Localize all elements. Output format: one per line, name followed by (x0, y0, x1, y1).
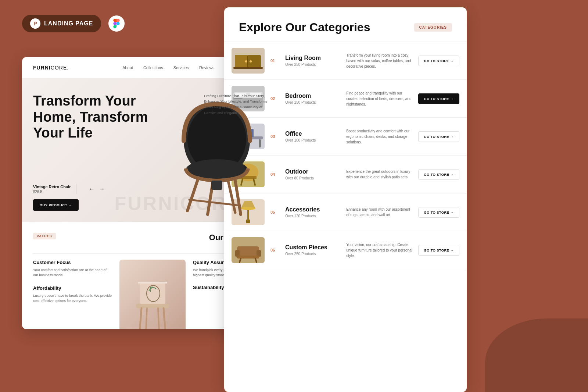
affordability-desc: Luxury doesn't have to break the bank. W… (33, 293, 112, 304)
hero-chair-image (154, 97, 279, 222)
buy-product-button[interactable]: BUY PRODUCT → (33, 199, 79, 211)
category-desc-4: Enhance any room with our assortment of … (346, 207, 412, 218)
next-arrow-icon[interactable]: → (99, 186, 105, 192)
category-name-0: Living Room (285, 55, 340, 61)
category-row: 06 Custom Pieces Over 250 Products Your … (224, 231, 467, 269)
category-count-5: Over 250 Products (285, 252, 340, 256)
category-info-4: Accessories Over 120 Products (285, 206, 340, 218)
category-image-0 (232, 48, 265, 74)
category-info-1: Bedroom Over 150 Products (285, 93, 340, 104)
category-desc-1: Find peace and tranquility with our cura… (346, 90, 412, 107)
hero-product-info: Vintage Retro Chair $26.5 ← → BUY PRODUC… (33, 184, 105, 211)
category-count-2: Over 100 Products (285, 138, 340, 142)
affordability-title: Affordability (33, 285, 112, 291)
svg-point-22 (250, 60, 252, 63)
svg-rect-23 (233, 67, 263, 69)
product-name: Vintage Retro Chair (33, 185, 71, 189)
hero-section: Transform Your Home, Transform Your Life… (22, 78, 283, 222)
svg-rect-9 (138, 282, 167, 284)
prev-arrow-icon[interactable]: ← (89, 186, 95, 192)
svg-point-21 (245, 60, 247, 63)
nav-about[interactable]: About (122, 65, 133, 70)
customer-focus-title: Customer Focus (33, 260, 112, 265)
svg-line-13 (164, 308, 165, 329)
landing-page-badge: P LANDING PAGE (22, 15, 101, 32)
category-name-4: Accessories (285, 206, 340, 213)
category-count-4: Over 120 Products (285, 214, 340, 218)
category-info-3: Outdoor Over 80 Products (285, 168, 340, 180)
category-count-0: Over 250 Products (285, 63, 340, 67)
decorative-blob (485, 318, 588, 392)
hero-title: Transform Your Home, Transform Your Life (33, 93, 151, 141)
svg-rect-8 (211, 181, 222, 190)
category-name-3: Outdoor (285, 168, 340, 175)
go-to-store-button-1[interactable]: GO TO STORE → (418, 93, 459, 104)
top-bar: P LANDING PAGE (22, 15, 125, 32)
category-image-5 (232, 237, 265, 263)
badge-text: LANDING PAGE (44, 20, 93, 27)
category-desc-0: Transform your living room into a cozy h… (346, 53, 412, 69)
go-to-store-button-5[interactable]: GO TO STORE → (418, 245, 459, 256)
categories-header: Explore Our Categories CATEGORIES (224, 7, 467, 42)
category-name-2: Office (285, 131, 340, 137)
svg-line-6 (228, 179, 235, 213)
values-badge: VALUES (33, 233, 56, 239)
category-row: 01 Living Room Over 250 Products Transfo… (224, 42, 467, 80)
nav-collections[interactable]: Collections (143, 65, 163, 70)
go-to-store-button-4[interactable]: GO TO STORE → (418, 207, 459, 218)
svg-rect-10 (140, 284, 165, 304)
svg-line-12 (140, 308, 141, 329)
values-image (119, 260, 186, 329)
nav-services[interactable]: Services (173, 65, 189, 70)
nav-links: About Collections Services Reviews (122, 65, 214, 70)
category-name-5: Custom Pieces (285, 244, 340, 251)
category-count-3: Over 80 Products (285, 176, 340, 180)
svg-line-3 (187, 178, 198, 211)
product-nav: ← → (89, 186, 105, 192)
category-desc-2: Boost productivity and comfort with our … (346, 128, 412, 145)
category-count-1: Over 150 Products (285, 100, 340, 104)
category-info-5: Custom Pieces Over 250 Products (285, 244, 340, 256)
svg-line-15 (158, 308, 159, 329)
figma-icon (108, 15, 125, 32)
go-to-store-button-3[interactable]: GO TO STORE → (418, 169, 459, 180)
category-desc-3: Experience the great outdoors in luxury … (346, 169, 412, 180)
category-num-5: 06 (270, 248, 279, 252)
go-to-store-button-2[interactable]: GO TO STORE → (418, 131, 459, 142)
category-num-0: 01 (270, 58, 279, 63)
hero-description: Crafting Furniture That Tells Your Story… (204, 93, 272, 115)
categories-title: Explore Our Categories (239, 21, 370, 34)
customer-focus-desc: Your comfort and satisfaction are at the… (33, 267, 112, 278)
nav-logo: FURNICORE. (33, 65, 69, 71)
product-price: $26.5 (33, 190, 71, 194)
nav-reviews[interactable]: Reviews (199, 65, 215, 70)
svg-line-7 (189, 200, 237, 205)
category-name-1: Bedroom (285, 93, 340, 99)
category-desc-5: Your vision, our craftsmanship. Create u… (346, 242, 412, 259)
category-info-0: Living Room Over 250 Products (285, 55, 340, 67)
go-to-store-button-0[interactable]: GO TO STORE → (418, 56, 459, 66)
categories-badge: CATEGORIES (414, 23, 452, 32)
svg-line-14 (146, 308, 147, 329)
svg-line-5 (235, 181, 241, 214)
category-info-2: Office Over 100 Products (285, 131, 340, 142)
badge-icon: P (30, 18, 40, 29)
